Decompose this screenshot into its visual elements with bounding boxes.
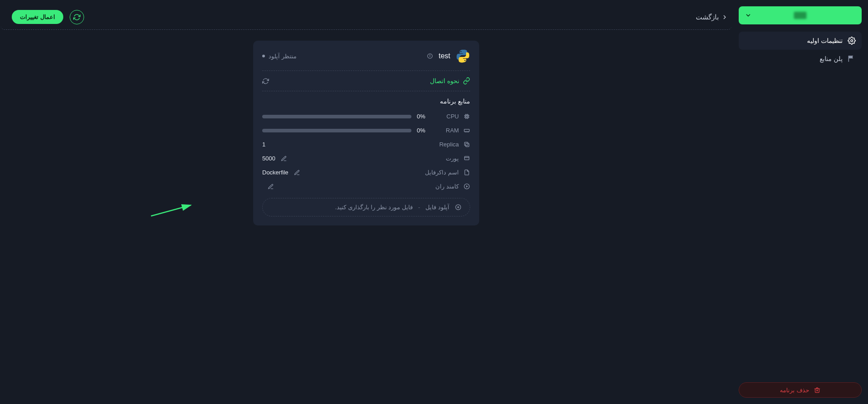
upload-file-box[interactable]: آپلود فایل - فایل مورد نظر را بارگذاری ک… [262,198,470,216]
metric-label: اسم داکرفایل [425,169,459,176]
port-icon [463,155,470,162]
chevron-right-icon [722,14,728,20]
metric-row-port: پورت 5000 [262,151,470,165]
svg-marker-28 [466,185,468,188]
svg-rect-18 [464,129,469,132]
project-dropdown[interactable] [739,6,862,24]
pencil-icon [268,183,274,190]
topbar: بازگشت اعمال تغییرات [1,5,731,30]
svg-rect-24 [466,143,469,147]
metric-value: Dockerfile [262,169,288,176]
python-icon [456,49,470,63]
replica-icon [463,141,470,148]
app-status: منتظر آپلود [262,53,297,60]
status-dot-icon [262,55,265,57]
metric-row-dockerfile: اسم داکرفایل Dockerfile [262,165,470,179]
resources-title: منابع برنامه [262,98,470,105]
back-label: بازگشت [696,13,719,21]
delete-app-button[interactable]: حذف برنامه [739,382,862,398]
info-icon[interactable] [427,53,433,59]
refresh-icon [262,78,269,85]
back-button[interactable]: بازگشت [696,13,728,21]
metric-value: 0% [417,127,425,134]
flag-icon [847,54,856,63]
metric-label: Replica [439,141,459,148]
apply-changes-button[interactable]: اعمال تغییرات [12,10,63,24]
play-icon [463,183,470,190]
refresh-icon [73,14,80,21]
upload-title: آپلود فایل [425,204,449,211]
cpu-progress [262,115,411,118]
chevron-down-icon [745,12,751,19]
edit-command-button[interactable] [268,183,274,190]
card-refresh-button[interactable] [262,78,269,85]
svg-point-0 [851,40,853,42]
apply-label: اعمال تغییرات [20,14,55,20]
app-card: test منتظر آپلود نحوه اتصال منابع برنا [253,41,479,225]
metric-row-replica: Replica 1 [262,137,470,151]
sidebar-nav: تنظیمات اولیه پلن منابع [739,32,862,382]
edit-dockerfile-button[interactable] [294,169,300,176]
card-subheader: نحوه اتصال [262,71,470,91]
metric-label: کامند ران [435,183,459,190]
upload-hint: فایل مورد نظر را بارگذاری کنید. [335,204,413,211]
connection-link[interactable]: نحوه اتصال [430,77,470,85]
sidebar-item-label: پلن منابع [820,55,843,62]
connection-label: نحوه اتصال [430,77,459,85]
sidebar-item-label: تنظیمات اولیه [807,37,843,44]
metric-value: 1 [262,141,265,148]
svg-point-7 [430,55,430,55]
main-area: بازگشت اعمال تغییرات test [0,0,732,404]
sidebar-item-initial-settings[interactable]: تنظیمات اولیه [739,32,862,50]
sidebar: تنظیمات اولیه پلن منابع حذف برنامه [739,6,862,398]
edit-port-button[interactable] [281,155,287,162]
sidebar-item-resources-plan[interactable]: پلن منابع [739,50,862,68]
metric-row-ram: RAM 0% [262,123,470,137]
svg-rect-8 [465,115,469,118]
file-icon [463,169,470,176]
metric-row-cpu: CPU 0% [262,109,470,123]
metric-label: RAM [446,127,459,134]
svg-rect-23 [465,142,468,146]
ram-icon [463,127,470,134]
trash-icon [814,387,821,394]
ram-progress [262,129,411,132]
card-header: test منتظر آپلود [262,49,470,71]
plus-circle-icon [455,204,462,211]
metric-value: 0% [417,113,425,120]
metric-label: CPU [447,113,459,120]
delete-label: حذف برنامه [780,387,809,394]
app-name: test [439,52,450,60]
refresh-button[interactable] [70,10,84,24]
app-identity: test [427,49,470,63]
cpu-icon [463,113,470,120]
pencil-icon [294,169,300,176]
metric-row-command: کامند ران [262,179,470,193]
status-label: منتظر آپلود [269,53,297,60]
pencil-icon [281,155,287,162]
link-icon [463,77,470,85]
gear-icon [847,36,856,45]
svg-rect-25 [465,156,469,160]
brand-logo [794,12,807,19]
metric-value: 5000 [262,155,275,162]
metric-label: پورت [446,155,459,162]
svg-rect-9 [466,116,468,117]
